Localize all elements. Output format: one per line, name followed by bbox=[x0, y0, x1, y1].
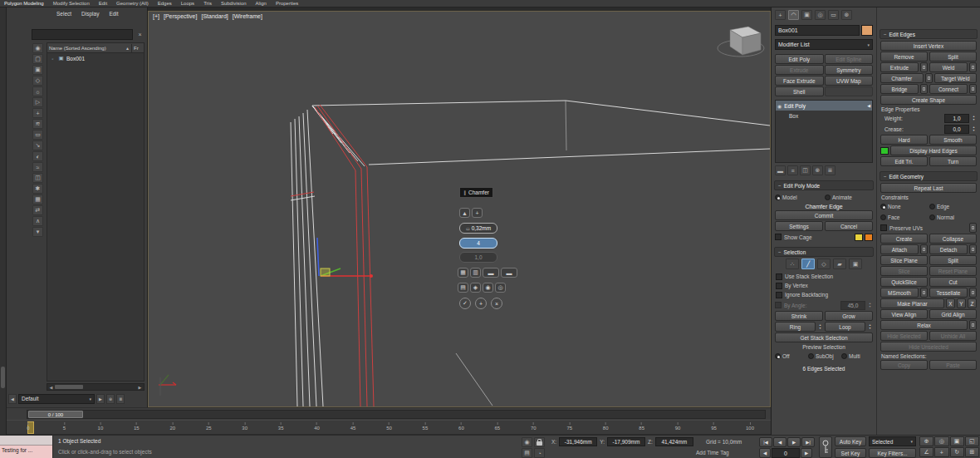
show-cage-checkbox[interactable]: Show Cage bbox=[775, 234, 853, 240]
viewport-pov-menu[interactable]: [Perspective] bbox=[164, 13, 197, 19]
cage-color-swatch-0[interactable] bbox=[855, 234, 863, 241]
explorer-menu-edit[interactable]: Edit bbox=[109, 11, 118, 17]
configure-modifier-sets-icon[interactable]: ≣ bbox=[825, 165, 835, 175]
by-angle-field[interactable]: 45,0 bbox=[840, 301, 865, 310]
ribbon-tab-loops[interactable]: Loops bbox=[181, 0, 194, 7]
go-to-start-button[interactable]: |◀ bbox=[759, 437, 772, 447]
chamfer-depth-field[interactable]: 1,0 bbox=[459, 252, 497, 263]
settings-button[interactable]: Settings bbox=[775, 221, 823, 231]
scrollbar-thumb[interactable] bbox=[55, 385, 83, 389]
bridge-button[interactable]: Bridge bbox=[880, 84, 919, 94]
chamfer-type-icon[interactable]: ▦ bbox=[458, 268, 468, 278]
explorer-menu-display[interactable]: Display bbox=[81, 11, 99, 17]
geometry-cube-icon[interactable]: ▣ bbox=[57, 55, 65, 62]
modifier-set-button-shell[interactable]: Shell bbox=[775, 86, 824, 96]
grid-align-button[interactable]: Grid Align bbox=[929, 309, 977, 319]
viewport-shading-menu[interactable]: [Wireframe] bbox=[233, 13, 262, 19]
preset-dropdown[interactable]: Default ▾ bbox=[18, 394, 95, 404]
create-button[interactable]: Create bbox=[880, 234, 928, 244]
x-coordinate-field[interactable]: -31,946mm bbox=[559, 437, 597, 446]
time-slider[interactable]: 0 / 100 bbox=[7, 407, 771, 420]
ribbon-tab-tris[interactable]: Tris bbox=[203, 0, 212, 7]
display-lights-icon[interactable]: ☼ bbox=[32, 86, 43, 96]
chamfer-quad-intersections-icon[interactable]: ◎ bbox=[495, 283, 506, 293]
display-shapes-icon[interactable]: ◇ bbox=[32, 76, 43, 86]
selection-rollout-header[interactable]: − Selection bbox=[774, 247, 874, 257]
bridge-settings-button[interactable] bbox=[920, 84, 928, 94]
repeat-last-button[interactable]: Repeat Last bbox=[880, 183, 977, 193]
lock-selection-icon[interactable] bbox=[534, 437, 545, 447]
listener-lane[interactable]: Testing for ... bbox=[0, 446, 52, 458]
ribbon-tab-properties[interactable]: Properties bbox=[276, 0, 298, 7]
split-button[interactable]: Split bbox=[929, 255, 977, 265]
reset-plane-button[interactable]: Reset Plane bbox=[929, 266, 977, 276]
radio-none[interactable]: None bbox=[880, 204, 928, 209]
weight-field[interactable]: 1,0 bbox=[944, 114, 969, 123]
spinner-arrows[interactable]: ▴▾ bbox=[867, 302, 873, 308]
viewport-preset-menu[interactable]: [Standard] bbox=[201, 13, 228, 19]
modifier-stack-row-box[interactable]: Box bbox=[776, 111, 872, 121]
radio-subobj[interactable]: SubObj bbox=[808, 353, 840, 359]
explorer-settings-gear-icon[interactable]: ⊛ bbox=[106, 394, 115, 404]
tessellate-button[interactable]: Tessellate bbox=[929, 288, 968, 298]
vertex-subobject-icon[interactable]: ∴ bbox=[786, 259, 799, 269]
radio-animate[interactable]: Animate bbox=[825, 195, 873, 200]
weld-settings-button[interactable] bbox=[969, 62, 977, 72]
cage-color-swatch-1[interactable] bbox=[865, 234, 873, 241]
remove-modifier-icon[interactable]: ⊗ bbox=[812, 165, 823, 175]
fov-icon[interactable]: ∠ bbox=[919, 447, 933, 457]
caddy-drag-icon[interactable]: + bbox=[472, 208, 483, 218]
object-name-field[interactable]: Box001 bbox=[775, 25, 860, 36]
caddy-ok-button[interactable]: ✓ bbox=[459, 298, 471, 309]
shrink-button[interactable]: Shrink bbox=[775, 311, 823, 321]
by-angle-checkbox[interactable]: By Angle: bbox=[775, 302, 839, 308]
ribbon-tab-polygon-modeling[interactable]: Polygon Modeling bbox=[4, 0, 44, 7]
extrude-settings-button[interactable] bbox=[920, 62, 928, 72]
display-helpers-icon[interactable]: + bbox=[32, 108, 43, 118]
msmooth-button[interactable]: MSmooth bbox=[880, 288, 919, 298]
sync-selection-icon[interactable]: ⇄ bbox=[32, 205, 43, 215]
make-planar-y-button[interactable]: Y bbox=[957, 298, 966, 308]
split-button[interactable]: Split bbox=[929, 52, 977, 62]
checkbox-by-vertex[interactable]: By Vertex bbox=[776, 281, 872, 290]
chamfer-mitering-icon[interactable]: ▥ bbox=[470, 268, 481, 278]
key-filters-button[interactable]: Key Filters... bbox=[869, 448, 916, 458]
display-frozen-icon[interactable]: ✱ bbox=[32, 184, 43, 194]
chamfer-settings-button[interactable] bbox=[925, 73, 933, 83]
visibility-eye-icon[interactable]: ◉ bbox=[777, 103, 782, 109]
auto-key-button[interactable]: Auto Key bbox=[835, 436, 866, 446]
caddy-collapse-icon[interactable]: ▲ bbox=[459, 208, 470, 218]
create-shape-button[interactable]: Create Shape bbox=[880, 95, 977, 105]
modifier-set-button-edit-poly[interactable]: Edit Poly bbox=[775, 54, 824, 64]
keyboard-override-icon[interactable]: ▤ bbox=[522, 448, 532, 458]
zoom-region-icon[interactable]: ◱ bbox=[965, 436, 979, 446]
caddy-cancel-button[interactable]: × bbox=[491, 298, 502, 309]
time-slider-handle[interactable]: 0 / 100 bbox=[28, 411, 83, 418]
chamfer-amount-field[interactable]: ▭ 0,32mm bbox=[459, 223, 497, 234]
create-tab-icon[interactable]: + bbox=[775, 10, 786, 20]
turn-button[interactable]: Turn bbox=[929, 156, 977, 166]
radio-multi[interactable]: Multi bbox=[841, 353, 873, 359]
pick-parent-icon[interactable]: ∧ bbox=[32, 216, 43, 226]
explorer-menu-select[interactable]: Select bbox=[56, 11, 71, 17]
attach-settings-button[interactable] bbox=[920, 244, 928, 254]
set-key-button[interactable]: Set Key bbox=[835, 448, 866, 458]
edit-edges-rollout-header[interactable]: − Edit Edges bbox=[880, 29, 978, 39]
relax-settings-button[interactable] bbox=[969, 320, 977, 330]
z-coordinate-field[interactable]: 41,424mm bbox=[655, 437, 693, 446]
set-keys-button[interactable] bbox=[819, 436, 832, 458]
paste-button[interactable]: Paste bbox=[929, 360, 977, 370]
radio-model[interactable]: Model bbox=[775, 195, 823, 200]
remove-button[interactable]: Remove bbox=[880, 52, 928, 62]
target-weld-button[interactable]: Target Weld bbox=[934, 73, 978, 83]
make-unique-icon[interactable]: ◫ bbox=[800, 165, 811, 175]
scroll-left-icon[interactable]: ◀ bbox=[47, 385, 55, 390]
grow-button[interactable]: Grow bbox=[825, 311, 873, 321]
current-frame-field[interactable]: 0 bbox=[772, 448, 800, 458]
checkbox-use-stack-selection[interactable]: Use Stack Selection bbox=[776, 272, 872, 281]
go-to-end-button[interactable]: ▶| bbox=[801, 437, 815, 447]
chamfer-smooth-icon[interactable]: ▤ bbox=[458, 283, 468, 293]
chamfer-open-icon[interactable]: ◉ bbox=[483, 283, 493, 293]
preset-next-button[interactable]: ▶ bbox=[96, 394, 105, 404]
time-slider-groove[interactable]: 0 / 100 bbox=[27, 410, 766, 419]
